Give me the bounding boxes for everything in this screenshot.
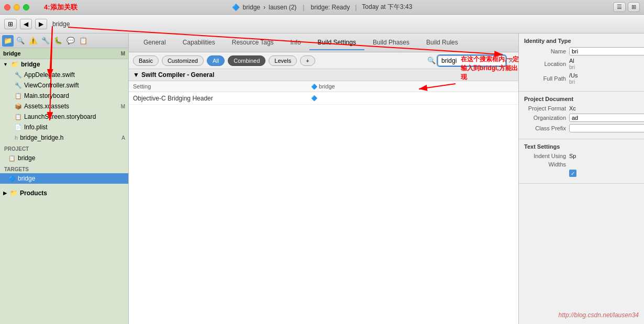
- maximize-button[interactable]: [23, 4, 29, 10]
- tab-name: lausen (2): [269, 4, 296, 11]
- text-settings-section: Text Settings Indent Using Sp Widths ✓: [519, 139, 644, 184]
- build-settings-content: ▼ Swift Compiler - General Setting 🔷 bri…: [129, 69, 518, 324]
- settings-column-headers: Setting 🔷 bridge: [129, 81, 518, 92]
- full-path-field: Full Path /Us bri: [524, 72, 639, 85]
- org-input[interactable]: [569, 114, 644, 122]
- name-field: Name: [524, 47, 639, 55]
- bridging-header-name: Objective-C Bridging Header: [133, 95, 311, 102]
- sidebar-item-bridgeheader[interactable]: h bridge_bridge.h A: [0, 132, 128, 143]
- search-input[interactable]: [438, 55, 506, 66]
- tab-build-rules[interactable]: Build Rules: [418, 36, 467, 50]
- full-path-label: Full Path: [524, 75, 566, 82]
- time-separator: |: [355, 4, 357, 11]
- assets-label: Assets.xcassets: [24, 103, 69, 110]
- window-title: bridge: Ready: [310, 4, 350, 11]
- class-prefix-field: Class Prefix: [524, 124, 639, 132]
- target-label: bridge: [18, 175, 35, 182]
- project-format-value: Xc: [569, 105, 639, 111]
- name-input[interactable]: [569, 47, 644, 55]
- sidebar-item-infoplist[interactable]: 📄 Info.plist: [0, 122, 128, 132]
- col-value-header: 🔷 bridge: [311, 83, 514, 90]
- traffic-lights[interactable]: [4, 4, 29, 10]
- levels-filter-button[interactable]: Levels: [269, 55, 297, 66]
- sidebar-item-appdelegate[interactable]: 🔧 AppDelegate.swift: [0, 70, 128, 80]
- combined-filter-button[interactable]: Combined: [228, 55, 265, 66]
- basic-filter-button[interactable]: Basic: [133, 55, 159, 66]
- back-button[interactable]: ◀: [20, 19, 32, 29]
- close-button[interactable]: [4, 4, 10, 10]
- class-prefix-label: Class Prefix: [524, 125, 566, 131]
- sidebar-item-products[interactable]: ▶ 📁 Products: [0, 188, 128, 198]
- identity-title: Identity and Type: [524, 38, 639, 44]
- log-navigator-icon[interactable]: 📋: [77, 35, 89, 47]
- sidebar-item-main-storyboard[interactable]: 📋 Main.storyboard: [0, 91, 128, 101]
- location-field: Location Al bri: [524, 58, 639, 70]
- location-label: Location: [524, 61, 566, 67]
- widths-label: Widths: [524, 161, 566, 167]
- tab-build-phases[interactable]: Build Phases: [364, 36, 418, 50]
- sidebar-item-assets[interactable]: 📦 Assets.xcassets M: [0, 101, 128, 111]
- title-bar: 4:添加关联 🔷 bridge › lausen (2) | bridge: R…: [0, 0, 644, 15]
- minimize-button[interactable]: [14, 4, 20, 10]
- indent-value: Sp: [569, 153, 639, 159]
- inspector-toggle-button[interactable]: ⊞: [628, 2, 640, 12]
- products-label: Products: [20, 189, 47, 197]
- targets-section-header: TARGETS: [0, 163, 128, 173]
- file-navigator-icon[interactable]: 📁: [2, 35, 14, 47]
- issue-navigator-icon[interactable]: 🔧: [40, 35, 51, 47]
- sidebar-item-target[interactable]: 🔷 bridge: [0, 173, 128, 184]
- tab-info[interactable]: Info: [282, 36, 309, 50]
- left-sidebar: 📁 🔍 ⚠️ 🔧 🐛 💬 📋 bridge M ▼ 📁 bridge: [0, 33, 129, 324]
- project-icon: 🔷: [232, 4, 240, 11]
- tab-build-settings[interactable]: Build Settings: [309, 36, 364, 50]
- bridge-folder-label: bridge: [21, 61, 40, 68]
- content-pane: General Capabilities Resource Tags Info …: [129, 33, 518, 324]
- indent-label: Indent Using: [524, 153, 566, 159]
- widths-field: Widths: [524, 161, 639, 167]
- project-label: bridge: [18, 154, 35, 162]
- sidebar-header: bridge M: [0, 48, 128, 59]
- project-format-label: Project Format: [524, 105, 566, 111]
- grid-view-button[interactable]: ⊞: [4, 19, 17, 29]
- all-filter-button[interactable]: All: [207, 55, 225, 66]
- project-section-header: PROJECT: [0, 143, 128, 153]
- xcode-icon-row: 🔷: [311, 95, 317, 101]
- test-navigator-icon[interactable]: 🐛: [52, 35, 64, 47]
- project-doc-title: Project Document: [524, 96, 639, 102]
- debug-navigator-icon[interactable]: 💬: [65, 35, 76, 47]
- find-navigator-icon[interactable]: ⚠️: [27, 35, 39, 47]
- add-filter-button[interactable]: +: [300, 55, 315, 66]
- sidebar-item-launchscreen[interactable]: 📋 LaunchScreen.storyboard: [0, 111, 128, 122]
- sidebar-item-project[interactable]: 📋 bridge: [0, 153, 128, 163]
- products-arrow-icon: ▶: [3, 191, 7, 196]
- search-clear-button[interactable]: ✕: [508, 57, 514, 65]
- viewcontroller-label: ViewController.swift: [24, 82, 79, 89]
- sidebar-toggle-button[interactable]: ☰: [613, 2, 626, 12]
- sidebar-project-name: bridge: [3, 50, 21, 57]
- arrow-icon: ▼: [3, 62, 8, 67]
- sidebar-item-viewcontroller[interactable]: 🔧 ViewController.swift: [0, 80, 128, 91]
- location-value: Al bri: [569, 58, 639, 70]
- bridging-header-row[interactable]: Objective-C Bridging Header 🔷: [129, 92, 518, 105]
- toolbar-right[interactable]: ☰ ⊞: [613, 2, 640, 12]
- tab-separator: ›: [263, 4, 265, 11]
- title-separator: |: [303, 4, 304, 11]
- wrap-lines-checkbox[interactable]: ✓: [569, 170, 576, 177]
- title-center: 🔷 bridge › lausen (2) | bridge: Ready | …: [232, 3, 413, 12]
- class-prefix-input[interactable]: [569, 124, 644, 132]
- tab-capabilities[interactable]: Capabilities: [174, 36, 224, 50]
- bridgeheader-label: bridge_bridge.h: [20, 134, 63, 141]
- tab-resource-tags[interactable]: Resource Tags: [224, 36, 282, 50]
- launch-icon: 📋: [15, 114, 22, 120]
- tab-general[interactable]: General: [135, 36, 174, 50]
- indent-field: Indent Using Sp: [524, 153, 639, 159]
- symbol-navigator-icon[interactable]: 🔍: [15, 35, 26, 47]
- section-arrow-icon: ▼: [133, 71, 139, 79]
- swift-compiler-section[interactable]: ▼ Swift Compiler - General: [129, 69, 518, 81]
- col-value-label: bridge: [319, 83, 335, 90]
- right-sidebar: Identity and Type Name Location Al bri F…: [518, 33, 644, 324]
- sidebar-item-bridge-folder[interactable]: ▼ 📁 bridge: [0, 59, 128, 70]
- forward-button[interactable]: ▶: [35, 19, 47, 29]
- customized-filter-button[interactable]: Customized: [162, 55, 204, 66]
- main-layout: 📁 🔍 ⚠️ 🔧 🐛 💬 📋 bridge M ▼ 📁 bridge: [0, 33, 644, 324]
